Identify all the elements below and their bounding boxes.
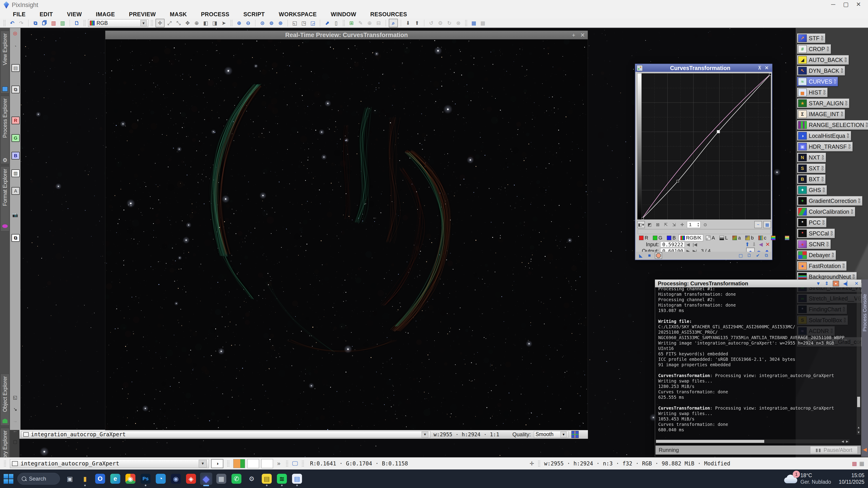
- side-tool-icon[interactable]: ▥: [11, 169, 20, 177]
- console-close-button[interactable]: ✕: [855, 281, 859, 286]
- curve-plot[interactable]: [642, 73, 771, 219]
- curve-point-2[interactable]: [677, 180, 679, 182]
- realtime-preview-toggle[interactable]: [655, 252, 662, 259]
- new-preview-button[interactable]: ⊞: [347, 19, 355, 27]
- zoom-mode-button[interactable]: ⤢: [165, 19, 174, 27]
- taskbar-icon-whatsapp[interactable]: ✆: [230, 473, 243, 485]
- display-channel-selector[interactable]: RGB ▼: [88, 19, 148, 27]
- readout-mode-button[interactable]: ✛: [156, 19, 164, 27]
- new-icon-button[interactable]: 🗋: [746, 253, 752, 258]
- curve-editor[interactable]: [637, 73, 771, 220]
- point-mode-button[interactable]: ◧▾: [637, 221, 645, 228]
- shrink-window-button[interactable]: ▯: [332, 19, 340, 27]
- view-selector[interactable]: integration_autocrop_GraXpert ▼: [21, 431, 430, 438]
- taskbar-icon-sticky-notes[interactable]: ▤: [260, 473, 273, 485]
- taskbar-icon-galaxy-app[interactable]: ◉: [170, 473, 182, 485]
- apply-button[interactable]: ■: [646, 253, 653, 258]
- side-tool-icon[interactable]: ◔: [11, 43, 19, 50]
- dialog-close-button[interactable]: ✕: [765, 65, 769, 71]
- menu-file[interactable]: FILE: [6, 11, 33, 18]
- side-tool-icon[interactable]: ←: [11, 427, 19, 434]
- center-mode-button[interactable]: ⊕: [193, 19, 201, 27]
- menu-process[interactable]: PROCESS: [194, 11, 237, 18]
- image-channels-button[interactable]: ▥: [50, 19, 58, 27]
- zoom-optimal-button[interactable]: ⊛: [276, 19, 285, 27]
- curve-point-3[interactable]: [717, 130, 720, 133]
- taskbar-icon-outlook[interactable]: O: [94, 473, 106, 485]
- side-tool-icon[interactable]: →: [11, 418, 19, 424]
- side-tool-icon[interactable]: ▢: [11, 438, 19, 445]
- swap-curve-button[interactable]: ◀: [757, 241, 764, 248]
- toolbar-drag-handle[interactable]: [3, 20, 6, 26]
- pause-abort-button[interactable]: ▮▮ Pause/Abort: [810, 446, 858, 454]
- toolbar-drag-handle[interactable]: [83, 20, 86, 26]
- quality-selector[interactable]: Smooth ▼: [534, 431, 568, 438]
- taskbar-icon-astro-orb[interactable]: ◔: [155, 473, 167, 485]
- process-icon-dyn_back[interactable]: ↖DYN_BACKND: [797, 66, 845, 75]
- process-icon-hdr_transf[interactable]: ▣HDR_TRANSFND: [797, 142, 852, 151]
- image-color-button[interactable]: ▥: [59, 19, 67, 27]
- edit-preview-button[interactable]: ✎: [356, 19, 365, 27]
- menu-edit[interactable]: EDIT: [33, 11, 60, 18]
- iconize-button[interactable]: ⊼: [758, 65, 761, 71]
- taskbar-icon-spotify[interactable]: ≋: [276, 473, 288, 485]
- side-tool-icon[interactable]: ◱: [11, 394, 19, 401]
- scroll-left-icon[interactable]: ◀: [840, 440, 845, 443]
- workspace-1-tile[interactable]: [233, 459, 245, 468]
- side-tool-icon[interactable]: ↘: [11, 406, 19, 413]
- taskbar-icon-file-explorer[interactable]: ▮: [79, 473, 91, 485]
- zoom-in-button[interactable]: ⊕: [235, 19, 243, 27]
- menu-resources[interactable]: RESOURCES: [363, 11, 414, 18]
- process-icon-crop[interactable]: #CROPND: [797, 44, 831, 54]
- realtime-preview-titlebar[interactable]: Real-Time Preview: CurvesTransformation: [105, 31, 588, 39]
- zoom-in-curve-button[interactable]: ⇱: [662, 221, 669, 228]
- fit-view-button[interactable]: ◳: [300, 19, 308, 27]
- taskbar-search[interactable]: Search: [18, 473, 60, 485]
- taskbar-icon-notepad[interactable]: ▤: [291, 473, 303, 485]
- start-button[interactable]: [3, 474, 13, 484]
- console-titlebar[interactable]: Processing: CurvesTransformation ▼ ⇕ ▪ ◀…: [655, 280, 861, 287]
- taskbar-icon-pixinsight[interactable]: ◆: [200, 473, 212, 485]
- toolbar-drag-handle[interactable]: [230, 20, 233, 26]
- maximize-button[interactable]: ▢: [840, 1, 852, 8]
- hide-mask-button[interactable]: ▩: [479, 19, 487, 27]
- clone-preview-button[interactable]: ⊕: [366, 19, 374, 27]
- process-icon-star_align[interactable]: ★STAR_ALIGNND: [797, 98, 849, 108]
- preview-close-button[interactable]: ✕: [580, 32, 585, 38]
- toolbar-drag-handle[interactable]: [342, 20, 345, 26]
- process-icon-gradientcorrection[interactable]: +GradientCorrectionND: [797, 196, 862, 205]
- grid-toggle-button[interactable]: ▦: [763, 221, 771, 228]
- scroll-right-icon[interactable]: ▶: [845, 440, 849, 443]
- new-file-button[interactable]: 🗋: [73, 19, 81, 27]
- side-tool-icon[interactable]: R: [11, 117, 20, 124]
- preview-mode-button[interactable]: ⌕: [389, 19, 398, 27]
- minimize-button[interactable]: ─: [827, 1, 839, 8]
- console-scroll-toggle-button[interactable]: ⇕: [825, 281, 829, 286]
- process-console-side-tab[interactable]: Process Console ◀: [862, 280, 868, 457]
- weather-widget[interactable]: 1 18°C Ger. Nublado: [784, 472, 831, 485]
- reset-curve-button[interactable]: ✕: [764, 241, 771, 248]
- active-view-selector[interactable]: integration_autocrop_GraXpert ▼: [10, 459, 209, 468]
- side-tool-icon[interactable]: ⧉: [11, 86, 20, 93]
- mask-remove-button[interactable]: ⊗: [454, 19, 463, 27]
- redo-button[interactable]: ↷: [17, 19, 25, 27]
- show-mask-button[interactable]: ▦: [470, 19, 478, 27]
- mask-undo-button[interactable]: ↺: [427, 19, 435, 27]
- dialog-titlebar[interactable]: CurvesTransformation ⊼ ✕: [636, 64, 772, 72]
- menu-workspace[interactable]: WORKSPACE: [272, 11, 324, 18]
- statusbar-drag-handle[interactable]: [302, 460, 304, 467]
- mask-view-button[interactable]: ◧: [202, 19, 210, 27]
- scroll-down-icon[interactable]: ▼: [857, 430, 861, 435]
- channel-button-s[interactable]: S: [783, 234, 796, 241]
- restore-curve-button[interactable]: ⬇: [751, 241, 757, 248]
- process-icon-hist[interactable]: ▅HISTND: [797, 88, 828, 97]
- console-vertical-scrollbar[interactable]: ▲ ▼: [857, 288, 861, 435]
- explorer-tab-process-explorer[interactable]: Process Explorer⚙: [0, 96, 9, 164]
- console-horizontal-scrollbar[interactable]: ◀ ▶: [656, 440, 849, 443]
- fit-window-button[interactable]: ◱: [291, 19, 299, 27]
- side-tool-icon[interactable]: ▤: [11, 64, 20, 72]
- spin-down-icon[interactable]: ▼: [697, 225, 700, 227]
- new-image-button[interactable]: 🗍: [40, 19, 49, 27]
- process-icon-debayer[interactable]: DebayerND: [797, 250, 836, 260]
- process-icon-range_selection[interactable]: RANGE_SELECTIONND: [797, 120, 868, 130]
